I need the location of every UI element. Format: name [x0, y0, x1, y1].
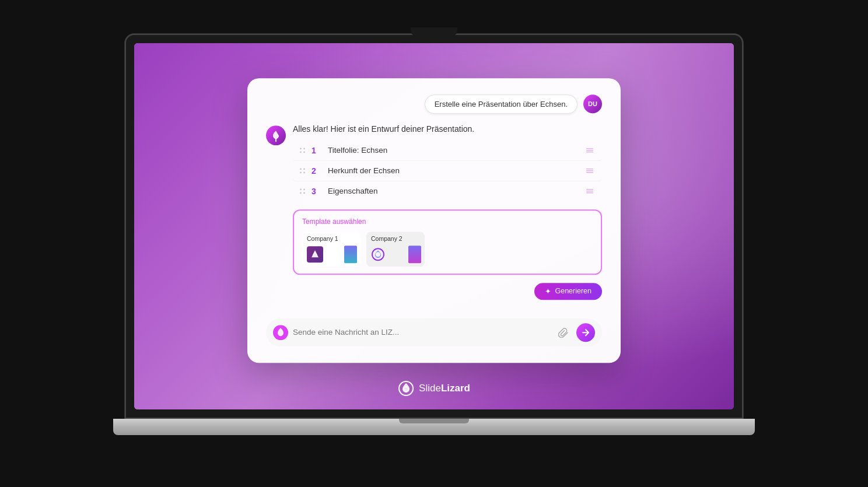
svg-point-2 [376, 252, 380, 257]
laptop-screen: Erstelle eine Präsentation über Echsen. … [134, 43, 734, 409]
slide-title: Eigenschaften [328, 187, 579, 195]
chat-input-logo [273, 325, 288, 340]
slide-item: 1 Titelfolie: Echsen [293, 141, 602, 161]
generate-row: ✦ Generieren [293, 283, 602, 300]
generate-label: Generieren [555, 287, 592, 295]
user-avatar-label: DU [588, 100, 597, 107]
user-message-row: Erstelle eine Präsentation über Echsen. … [266, 94, 602, 114]
template-selector: Template auswählen Company 1 [293, 209, 602, 275]
slides-list: 1 Titelfolie: Echsen 2 [293, 141, 602, 201]
template-preview-2 [368, 243, 424, 265]
slide-title: Titelfolie: Echsen [328, 146, 579, 155]
bot-header-text: Alles klar! Hier ist ein Entwurf deiner … [293, 124, 602, 134]
template-card-label-1: Company 1 [303, 233, 342, 243]
template-card-company2[interactable]: Company 2 [366, 232, 425, 267]
slide-number: 2 [312, 166, 322, 176]
send-button[interactable] [576, 323, 595, 342]
slide-item: 3 Eigenschaften [293, 181, 602, 201]
bot-content: Alles klar! Hier ist ein Entwurf deiner … [293, 124, 602, 309]
slide-title: Herkunft der Echsen [328, 166, 579, 175]
bot-avatar [266, 125, 286, 145]
brand-footer: SlideLizard [398, 380, 470, 397]
dialog-card: Erstelle eine Präsentation über Echsen. … [247, 78, 621, 363]
company2-stripe [408, 246, 421, 263]
chat-input-field[interactable] [293, 328, 551, 337]
chat-input-area [266, 318, 602, 346]
template-preview-1 [303, 243, 359, 265]
company2-logo-icon [370, 246, 386, 262]
company1-stripe [344, 246, 357, 263]
screen-bezel: Erstelle eine Präsentation über Echsen. … [125, 34, 743, 419]
company1-logo-icon [307, 246, 323, 262]
user-message-bubble: Erstelle eine Präsentation über Echsen. [425, 94, 578, 114]
generate-icon: ✦ [545, 287, 551, 296]
drag-handle-icon[interactable] [300, 148, 306, 153]
bot-response: Alles klar! Hier ist ein Entwurf deiner … [266, 124, 602, 309]
generate-button[interactable]: ✦ Generieren [534, 283, 602, 300]
laptop-frame: Erstelle eine Präsentation über Echsen. … [113, 34, 755, 454]
template-card-company1[interactable]: Company 1 [302, 232, 360, 267]
attach-button[interactable] [555, 324, 572, 341]
screen-notch [411, 27, 457, 36]
slide-menu-icon[interactable] [584, 145, 595, 156]
template-label: Template auswählen [302, 218, 593, 226]
slide-menu-icon[interactable] [584, 166, 595, 176]
slide-number: 3 [312, 187, 322, 196]
brand-name: SlideLizard [419, 383, 470, 394]
drag-handle-icon[interactable] [300, 168, 306, 174]
user-message-text: Erstelle eine Präsentation über Echsen. [435, 100, 568, 108]
slide-menu-icon[interactable] [584, 186, 595, 197]
drag-handle-icon[interactable] [300, 188, 306, 194]
template-cards: Company 1 [302, 232, 593, 267]
laptop-base [113, 419, 755, 435]
brand-name-bold: Lizard [441, 383, 470, 394]
template-card-label-2: Company 2 [368, 233, 406, 243]
brand-name-light: Slide [419, 383, 441, 394]
user-avatar: DU [583, 94, 602, 113]
slide-number: 1 [312, 146, 322, 155]
slide-item: 2 Herkunft der Echsen [293, 161, 602, 181]
brand-logo-icon [398, 380, 414, 397]
